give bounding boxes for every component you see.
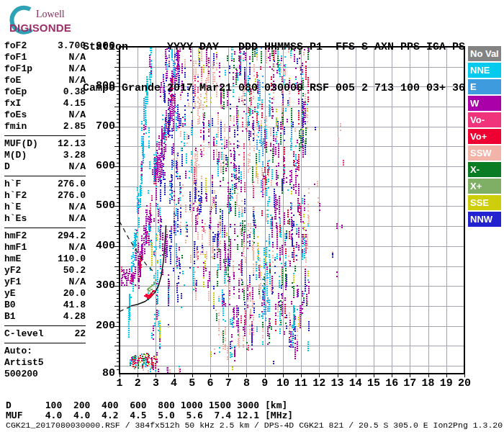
param-row: B14.28 <box>4 311 86 323</box>
y-tick-label: 600 <box>85 160 115 172</box>
separator-line <box>4 135 86 136</box>
param-label: 500200 <box>4 369 38 380</box>
param-label: B1 <box>4 311 16 323</box>
param-row: B041.8 <box>4 300 86 311</box>
footer-info: CGK21_2017080030000.RSF / 384fx512h 50 k… <box>6 420 503 430</box>
x-tick-label: 20 <box>454 377 475 390</box>
separator-line <box>4 228 86 228</box>
param-value: N/A <box>69 109 86 121</box>
param-value: 2.85 <box>63 121 86 132</box>
y-tick-label: 400 <box>85 240 115 252</box>
param-label: yE <box>4 288 16 300</box>
param-value: N/A <box>69 52 86 63</box>
param-row: C-level22 <box>4 328 86 340</box>
y-tick-label: 700 <box>85 120 115 132</box>
param-row: h`F276.0 <box>4 179 86 190</box>
param-row: foEsN/A <box>4 109 86 121</box>
param-label: foF1p <box>4 63 32 75</box>
separator-line <box>4 176 86 176</box>
param-row: h`EN/A <box>4 202 86 213</box>
legend-item-vo-: Vo- <box>468 112 501 127</box>
param-label: yF1 <box>4 276 21 288</box>
param-label: foEs <box>4 109 27 121</box>
param-row: foF1N/A <box>4 52 86 63</box>
param-label: h`F2 <box>4 190 27 202</box>
legend-item-sse: SSE <box>468 195 501 210</box>
param-label: foEp <box>4 86 27 98</box>
param-value: N/A <box>69 276 86 288</box>
legend-item-vo-: Vo+ <box>468 129 501 144</box>
param-label: foF2 <box>4 40 27 52</box>
param-label: foF1 <box>4 52 27 63</box>
param-value: 41.8 <box>63 300 86 311</box>
param-label: fmin <box>4 121 27 132</box>
param-label: Auto: <box>4 346 32 357</box>
param-value: 3.700 <box>58 40 86 52</box>
legend-item-x-: X+ <box>468 179 501 194</box>
param-label: M(D) <box>4 150 27 161</box>
param-row: fxI4.15 <box>4 98 86 109</box>
param-value: 4.28 <box>63 311 86 323</box>
param-label: h`E <box>4 202 21 213</box>
separator-line <box>4 325 86 326</box>
y-tick-label: 500 <box>85 199 115 212</box>
param-row: DN/A <box>4 161 86 173</box>
param-value: 276.0 <box>58 179 86 190</box>
param-label: C-level <box>4 328 44 340</box>
param-label: hmE <box>4 253 21 265</box>
param-label: h`Es <box>4 213 27 225</box>
echo-direction-legend: No ValNNEEWVo-Vo+SSWX-X+SSENNW <box>468 46 501 228</box>
param-label: Artist5 <box>4 357 44 369</box>
param-row: MUF(D)12.13 <box>4 138 86 150</box>
y-tick-label: 300 <box>85 279 115 292</box>
param-label: MUF(D) <box>4 138 38 150</box>
logo-lowell-text: Lowell <box>36 9 65 20</box>
param-label: D <box>4 161 10 173</box>
param-label: fxI <box>4 98 21 109</box>
param-value: N/A <box>69 161 86 173</box>
param-value: N/A <box>69 213 86 225</box>
param-value: 0.38 <box>63 86 86 98</box>
param-row: M(D)3.28 <box>4 150 86 161</box>
param-row: yF250.2 <box>4 265 86 276</box>
y-tick-label: 200 <box>85 320 115 332</box>
param-value: N/A <box>69 63 86 75</box>
legend-item-nne: NNE <box>468 63 501 78</box>
station-header: Station YYYY DAY DDD HHMMSS P1 FFS S AXN… <box>83 13 465 122</box>
param-value: 22 <box>74 328 86 340</box>
param-row: hmE110.0 <box>4 253 86 265</box>
param-row: hmF2294.2 <box>4 230 86 242</box>
digisonde-ionogram-page: Lowell DIGISONDE Station YYYY DAY DDD HH… <box>0 0 504 432</box>
param-value: 12.13 <box>58 138 86 150</box>
param-value: 3.28 <box>63 150 86 161</box>
param-label: B0 <box>4 300 16 311</box>
logo-digisonde-text: DIGISONDE <box>9 22 71 34</box>
param-value: 20.0 <box>63 288 86 300</box>
param-label: foE <box>4 75 21 86</box>
param-row: foF23.700 <box>4 40 86 52</box>
param-row: Artist5 <box>4 357 86 369</box>
param-row: yE20.0 <box>4 288 86 300</box>
header-values-row: Campo Grande 2017 Mar21 080 030000 RSF 0… <box>83 81 465 95</box>
param-label: hmF1 <box>4 242 27 253</box>
param-row: foEp0.38 <box>4 86 86 98</box>
header-labels-row: Station YYYY DAY DDD HHMMSS P1 FFS S AXN… <box>83 40 465 54</box>
param-value: N/A <box>69 242 86 253</box>
param-value: 294.2 <box>58 230 86 242</box>
param-row: h`EsN/A <box>4 213 86 225</box>
param-row: foEN/A <box>4 75 86 86</box>
param-value: 276.0 <box>58 190 86 202</box>
param-row: yF1N/A <box>4 276 86 288</box>
param-row: Auto: <box>4 346 86 357</box>
y-tick-label: 800 <box>85 80 115 92</box>
param-label: hmF2 <box>4 230 27 242</box>
y-tick-label: 900 <box>85 40 115 53</box>
legend-item-w: W <box>468 96 501 111</box>
d-distance-row: D 100 200 400 600 800 1000 1500 3000 [km… <box>6 400 287 410</box>
param-value: 4.15 <box>63 98 86 109</box>
param-row: 500200 <box>4 369 86 380</box>
param-row: fmin2.85 <box>4 121 86 132</box>
param-label: yF2 <box>4 265 21 276</box>
lowell-digisonde-logo: Lowell DIGISONDE <box>3 4 84 39</box>
param-row: foF1pN/A <box>4 63 86 75</box>
